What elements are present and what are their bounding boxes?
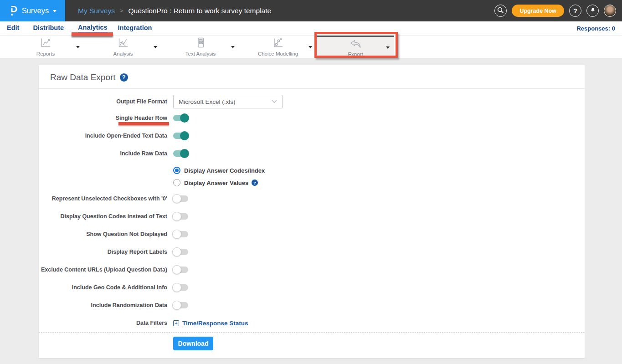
field-label: Exclude Content URLs (Upload Question Da… xyxy=(39,267,173,273)
field-label: Include Geo Code & Additional Info xyxy=(39,284,173,291)
toggle-knob xyxy=(180,113,189,123)
field-label: Display Report Labels xyxy=(39,249,173,255)
download-row: Download xyxy=(39,333,585,358)
surveys-product-menu[interactable]: Surveys xyxy=(0,0,65,21)
display-answer-values-radio[interactable] xyxy=(173,179,180,186)
toolbar-item-label: Export xyxy=(348,51,363,57)
product-label: Surveys xyxy=(22,6,49,15)
toggle-knob xyxy=(172,212,181,221)
include-raw-data-row: Include Raw Data xyxy=(39,149,585,158)
page-title: QuestionPro : Return to work survey temp… xyxy=(129,7,272,15)
toggle-knob xyxy=(172,283,181,292)
time-response-status-link[interactable]: + Time/Response Status xyxy=(173,320,248,327)
toggle-knob xyxy=(172,265,181,274)
display-question-codes-toggle[interactable] xyxy=(173,213,188,220)
selected-option: Microsoft Excel (.xls) xyxy=(179,98,236,105)
scatter-chart-icon xyxy=(272,37,284,51)
tab-edit[interactable]: Edit xyxy=(7,24,19,32)
include-geo-code-toggle[interactable] xyxy=(173,284,188,291)
answer-codes-radio-row: Display Answer Codes/Index xyxy=(39,166,585,175)
include-open-ended-text-data-toggle[interactable] xyxy=(173,133,188,139)
breadcrumb-my-surveys[interactable]: My Surveys xyxy=(78,7,115,15)
breadcrumb-separator: > xyxy=(120,7,123,14)
help-icon[interactable]: ? xyxy=(120,73,128,82)
unselected-checkboxes-row: Represent Unselected Checkboxes with '0' xyxy=(39,194,585,203)
field-label: Include Randomization Data xyxy=(39,302,173,308)
toolbar-item-label: Reports xyxy=(36,51,55,56)
document-grid-icon xyxy=(195,37,206,51)
question-not-displayed-row: Show Question Not Displayed xyxy=(39,230,585,239)
exclude-content-urls-toggle[interactable] xyxy=(173,267,188,273)
single-header-row-toggle[interactable] xyxy=(173,115,188,121)
show-question-not-displayed-toggle[interactable] xyxy=(173,231,188,237)
chevron-down-icon[interactable] xyxy=(308,46,312,48)
chevron-down-icon[interactable] xyxy=(231,46,235,48)
chevron-down-icon xyxy=(53,10,57,12)
survey-nav-tabs: Edit Distribute Analytics Integration Re… xyxy=(0,21,622,36)
chevron-down-icon[interactable] xyxy=(154,46,157,48)
toolbar-item-label: Choice Modelling xyxy=(258,51,298,56)
radio-dot xyxy=(175,169,179,172)
plus-square-icon: + xyxy=(173,320,179,326)
bell-icon xyxy=(590,7,596,15)
toolbar-item-choice-modelling[interactable]: Choice Modelling xyxy=(239,36,317,58)
search-button[interactable] xyxy=(494,5,507,17)
toolbar-item-text-analysis[interactable]: Text Analysis xyxy=(162,36,239,58)
export-arrow-icon xyxy=(349,38,362,51)
include-open-ended-row: Include Open-Ended Text Data xyxy=(39,131,585,140)
output-format-row: Output File Format Microsoft Excel (.xls… xyxy=(39,95,585,108)
notifications-button[interactable] xyxy=(586,5,599,17)
tab-integration[interactable]: Integration xyxy=(118,24,152,32)
question-codes-row: Display Question Codes instead of Text xyxy=(39,212,585,221)
exclude-content-urls-row: Exclude Content URLs (Upload Question Da… xyxy=(39,265,585,274)
toggle-knob xyxy=(180,149,189,158)
trend-chart-icon xyxy=(117,37,129,51)
field-label: Represent Unselected Checkboxes with '0' xyxy=(39,195,173,202)
include-randomization-data-toggle[interactable] xyxy=(173,302,188,308)
toolbar-item-reports[interactable]: Reports xyxy=(7,36,84,58)
analytics-toolbar: Reports Analysis xyxy=(0,36,622,58)
include-raw-data-toggle[interactable] xyxy=(173,150,188,157)
panel-header: Raw Data Export ? xyxy=(39,65,585,89)
field-label: Display Question Codes instead of Text xyxy=(39,213,173,220)
filters-link-label: Time/Response Status xyxy=(182,320,248,327)
toolbar-item-label: Text Analysis xyxy=(185,51,216,56)
randomization-data-row: Include Randomization Data xyxy=(39,301,585,310)
radio-label: Display Answer Codes/Index xyxy=(184,167,265,174)
help-button[interactable]: ? xyxy=(569,5,581,17)
display-report-labels-toggle[interactable] xyxy=(173,249,188,255)
data-filters-row: Data Filters + Time/Response Status xyxy=(39,318,585,328)
chevron-down-icon xyxy=(272,100,277,103)
toggle-knob xyxy=(172,230,181,239)
breadcrumb: My Surveys > QuestionPro : Return to wor… xyxy=(78,7,271,15)
radio-label: Display Answer Values xyxy=(184,179,248,186)
raw-data-export-panel: Raw Data Export ? Output File Format Mic… xyxy=(39,65,585,358)
user-avatar[interactable] xyxy=(604,5,616,17)
display-answer-codes-radio[interactable] xyxy=(173,167,180,174)
panel-title: Raw Data Export xyxy=(50,72,116,82)
responses-count: Responses: 0 xyxy=(576,25,615,32)
toggle-knob xyxy=(180,131,189,140)
upgrade-now-button[interactable]: Upgrade Now xyxy=(512,5,564,17)
toggle-knob xyxy=(172,194,181,203)
represent-unselected-checkboxes-toggle[interactable] xyxy=(173,195,188,202)
field-label: Show Question Not Displayed xyxy=(39,231,173,237)
toggle-knob xyxy=(172,301,181,310)
single-header-row-row: Single Header Row xyxy=(39,113,585,123)
geo-code-row: Include Geo Code & Additional Info xyxy=(39,283,585,292)
tab-distribute[interactable]: Distribute xyxy=(33,24,64,32)
chevron-down-icon[interactable] xyxy=(386,46,390,49)
toolbar-item-export[interactable]: Export xyxy=(317,36,394,58)
chevron-down-icon[interactable] xyxy=(76,46,80,48)
field-label: Include Raw Data xyxy=(39,150,173,157)
answer-values-radio-row: Display Answer Values ? xyxy=(39,178,585,187)
search-icon xyxy=(497,7,504,15)
field-label: Output File Format xyxy=(39,98,173,105)
tab-analytics[interactable]: Analytics xyxy=(78,24,107,33)
toolbar-item-analysis[interactable]: Analysis xyxy=(84,36,162,58)
topbar-actions: Upgrade Now ? xyxy=(494,5,622,17)
output-format-select[interactable]: Microsoft Excel (.xls) xyxy=(173,95,283,108)
toolbar-item-label: Analysis xyxy=(113,51,133,56)
help-icon[interactable]: ? xyxy=(252,179,258,186)
download-button[interactable]: Download xyxy=(173,337,213,350)
